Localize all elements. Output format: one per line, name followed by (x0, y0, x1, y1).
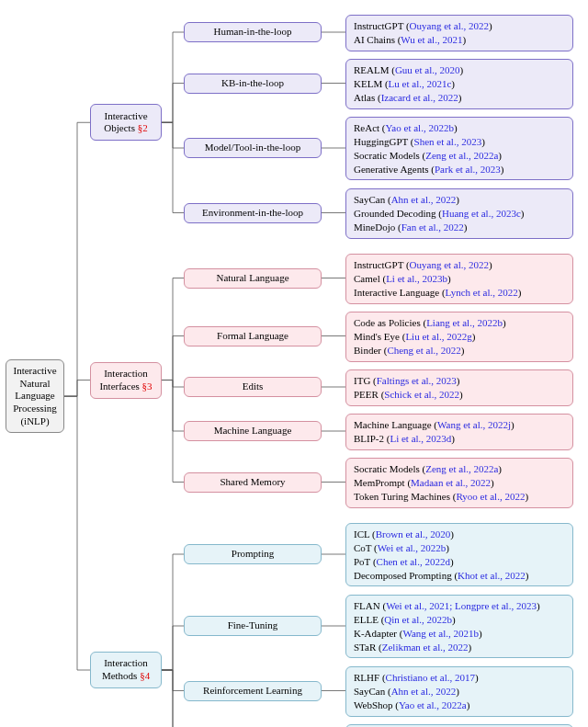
citation-row: FLAN (Wei et al., 2021; Longpre et al., … (354, 599, 565, 613)
work-citation: Zelikman et al., 2022 (382, 642, 469, 653)
level2-ft: Fine-Tuning (184, 616, 322, 636)
work-citation: Wu et al., 2021 (401, 34, 462, 45)
citation-row: Interactive Language (Lynch et al., 2022… (354, 286, 565, 300)
citation-row: WebShop (Yao et al., 2022a) (354, 699, 565, 712)
work-name: InstructGPT (354, 259, 403, 270)
work-citation: Cheng et al., 2022 (387, 345, 460, 356)
citation-row: ITG (Faltings et al., 2023) (354, 374, 565, 388)
section-ref: §4 (140, 670, 150, 681)
work-citation: Ryoo et al., 2022 (456, 491, 525, 502)
work-citation: Ahn et al., 2022 (391, 686, 457, 697)
work-citation: Christiano et al., 2017 (386, 672, 475, 683)
leaf-hitl: InstructGPT (Ouyang et al., 2022)AI Chai… (345, 15, 573, 51)
work-name: ICL (354, 528, 369, 540)
leaf-fl: Code as Policies (Liang et al., 2022b)Mi… (345, 312, 573, 362)
citation-row: K-Adapter (Wang et al., 2021b) (354, 627, 565, 641)
work-name: Grounded Decoding (354, 208, 436, 219)
citation-row: ELLE (Qin et al., 2022b) (354, 613, 565, 627)
work-name: Token Turing Machines (354, 491, 450, 502)
citation-row: Decomposed Prompting (Khot et al., 2022) (354, 569, 565, 583)
work-citation: Park et al., 2023 (435, 164, 501, 175)
work-name: MemPrompt (354, 477, 405, 488)
level2-hitl: Human-in-the-loop (184, 22, 322, 42)
work-citation: Guu et al., 2020 (395, 64, 460, 75)
work-citation: Madaan et al., 2022 (411, 477, 491, 488)
leaf-kbitl: REALM (Guu et al., 2020)KELM (Lu et al.,… (345, 59, 573, 109)
leaf-ml: Machine Language (Wang et al., 2022j)BLI… (345, 414, 573, 450)
work-name: PoT (354, 556, 370, 567)
diagram-stage: Interactive Natural Language Processing … (0, 0, 588, 727)
work-citation: Brown et al., 2020 (376, 528, 451, 540)
citation-row: PEER (Schick et al., 2022) (354, 388, 565, 402)
work-name: SayCan (354, 686, 385, 697)
citation-row: Generative Agents (Park et al., 2023) (354, 163, 565, 176)
work-name: ITG (354, 375, 370, 386)
citation-row: Camel (Li et al., 2023b) (354, 272, 565, 286)
citation-row: Atlas (Izacard et al., 2022) (354, 91, 565, 105)
work-citation: Liang et al., 2022b (426, 317, 503, 328)
work-name: ELLE (354, 614, 379, 625)
work-citation: Chen et al., 2022d (377, 556, 450, 567)
work-name: Decomposed Prompting (354, 570, 452, 581)
level2-toolitl: Model/Tool-in-the-loop (184, 138, 322, 158)
citation-row: MemPrompt (Madaan et al., 2022) (354, 476, 565, 490)
level2-kbitl: KB-in-the-loop (184, 74, 322, 94)
work-name: K-Adapter (354, 628, 397, 639)
work-citation: Huang et al., 2023c (442, 208, 521, 219)
work-citation: Wang et al., 2021b (402, 628, 479, 639)
citation-row: Code as Policies (Liang et al., 2022b) (354, 316, 565, 330)
level2-nl: Natural Language (184, 268, 322, 289)
work-name: MineDojo (354, 222, 395, 233)
work-name: Camel (354, 273, 380, 284)
level1-methods: Interaction Methods §4 (90, 652, 162, 688)
work-citation: Wang et al., 2022j (437, 419, 511, 430)
citation-row: Mind's Eye (Liu et al., 2022g) (354, 330, 565, 344)
citation-row: STaR (Zelikman et al., 2022) (354, 641, 565, 654)
work-citation: Shen et al., 2023 (414, 136, 482, 147)
work-name: Socratic Models (354, 463, 420, 474)
work-name: Generative Agents (354, 164, 429, 175)
citation-row: AI Chains (Wu et al., 2021) (354, 33, 565, 47)
leaf-nl: InstructGPT (Ouyang et al., 2022)Camel (… (345, 254, 573, 304)
work-citation: Li et al., 2023b (386, 273, 447, 284)
work-name: RLHF (354, 672, 379, 683)
work-citation: Li et al., 2023d (390, 433, 451, 444)
level2-sm: Shared Memory (184, 472, 322, 493)
citation-row: ICL (Brown et al., 2020) (354, 528, 565, 541)
level2-rl: Reinforcement Learning (184, 681, 322, 701)
work-name: Socratic Models (354, 150, 420, 161)
citation-row: REALM (Guu et al., 2020) (354, 63, 565, 77)
work-name: SayCan (354, 194, 385, 205)
level1-interfaces: Interaction Interfaces §3 (90, 362, 162, 399)
work-name: REALM (354, 64, 390, 75)
work-name: CoT (354, 542, 371, 553)
work-citation: Wei et al., 2022b (378, 542, 447, 553)
level2-edits: Edits (184, 377, 322, 397)
work-citation: Fan et al., 2022 (401, 222, 464, 233)
citation-row: MineDojo (Fan et al., 2022) (354, 221, 565, 234)
citation-row: Socratic Models (Zeng et al., 2022a) (354, 149, 565, 163)
work-citation: Izacard et al., 2022 (381, 92, 458, 103)
work-citation: Faltings et al., 2023 (377, 375, 457, 386)
work-citation: Yao et al., 2022b (386, 122, 454, 133)
citation-row: PoT (Chen et al., 2022d) (354, 555, 565, 569)
level2-prompt: Prompting (184, 544, 322, 564)
citation-row: HuggingGPT (Shen et al., 2023) (354, 135, 565, 149)
work-name: PEER (354, 389, 379, 400)
citation-row: ReAct (Yao et al., 2022b) (354, 121, 565, 135)
work-name: KELM (354, 78, 382, 89)
work-citation: Ouyang et al., 2022 (410, 20, 489, 31)
citation-row: Binder (Cheng et al., 2022) (354, 344, 565, 358)
leaf-prompt: ICL (Brown et al., 2020)CoT (Wei et al.,… (345, 523, 573, 586)
level1-label: Interaction Interfaces (99, 368, 147, 392)
work-name: Mind's Eye (354, 331, 400, 342)
citation-row: KELM (Lu et al., 2021c) (354, 77, 565, 91)
citation-row: BLIP-2 (Li et al., 2023d) (354, 432, 565, 446)
work-citation: Zeng et al., 2022a (425, 463, 498, 474)
citation-row: InstructGPT (Ouyang et al., 2022) (354, 258, 565, 272)
work-name: ReAct (354, 122, 379, 133)
work-citation: Lynch et al., 2022 (446, 287, 518, 298)
root-node: Interactive Natural Language Processing … (6, 359, 64, 433)
work-citation: Yao et al., 2022a (399, 699, 467, 710)
work-name: HuggingGPT (354, 136, 408, 147)
